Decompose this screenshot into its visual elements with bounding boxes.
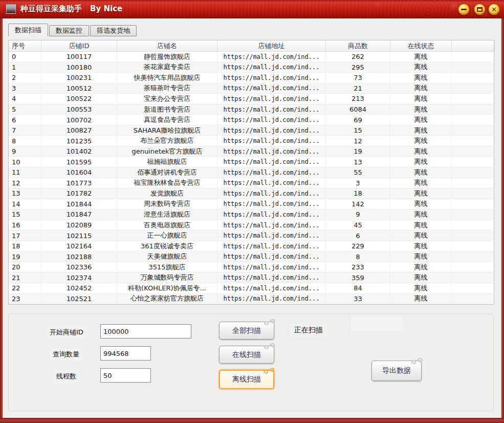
table-cell: [452, 178, 495, 189]
table-cell: 0: [9, 52, 41, 62]
table-cell: 229: [326, 241, 390, 252]
table-cell: 离线: [390, 73, 452, 83]
table-row[interactable]: 22102452科勒(KOHLER)协佩居专...https://mall.jd…: [9, 283, 494, 294]
table-row[interactable]: 2100231快美特汽车用品旗舰店https://mall.jd.com/ind…: [9, 73, 494, 83]
column-header-6[interactable]: [452, 40, 495, 51]
table-row[interactable]: 18102164361度锐诚专卖店https://mall.jd.com/ind…: [9, 241, 494, 252]
table-cell: [452, 230, 495, 241]
table-cell: 福施福旗舰店: [117, 157, 217, 167]
tab-1[interactable]: 数据监控: [49, 25, 89, 36]
table-cell: 离线: [390, 188, 452, 199]
scan-offline-button[interactable]: 离线扫描: [219, 370, 274, 389]
table-row[interactable]: 0100117静哲服饰旗舰店https://mall.jd.com/ind...…: [9, 52, 494, 62]
table-cell: 100512: [41, 83, 117, 94]
table-cell: 262: [326, 52, 390, 62]
column-header-3[interactable]: 店铺地址: [217, 40, 326, 51]
table-row[interactable]: 4100522宝来办公专营店https://mall.jd.com/ind...…: [9, 94, 494, 104]
table-cell: 9: [326, 209, 390, 220]
table-cell: 离线: [390, 52, 452, 62]
table-cell: 离线: [390, 178, 452, 189]
tab-0[interactable]: 数据扫描: [8, 24, 48, 36]
export-data-button[interactable]: 导出数据: [371, 361, 422, 381]
table-cell: 102452: [41, 283, 117, 294]
table-cell: 20: [9, 262, 41, 273]
column-header-5[interactable]: 在线状态: [390, 40, 452, 51]
tab-2[interactable]: 筛选发货地: [90, 25, 137, 36]
table-cell: 离线: [390, 146, 452, 157]
column-header-2[interactable]: 店铺名: [117, 40, 217, 51]
table-row[interactable]: 15101847澄意生活旗舰店https://mall.jd.com/ind..…: [9, 209, 494, 220]
table-row[interactable]: 17102115正一心旗舰店https://mall.jd.com/ind...…: [9, 230, 494, 241]
table-row[interactable]: 11101604佰事通对讲机专营店https://mall.jd.com/ind…: [9, 167, 494, 178]
scan-online-button[interactable]: 在线扫描: [219, 346, 274, 364]
table-cell: 2: [9, 73, 41, 83]
close-button[interactable]: ✕: [488, 4, 500, 15]
table-cell: 102089: [41, 220, 117, 231]
table-row[interactable]: 6100702真逗食品专营店https://mall.jd.com/ind...…: [9, 115, 494, 125]
table-cell: https://mall.jd.com/ind...: [217, 294, 326, 305]
table-cell: 真逗食品专营店: [117, 115, 217, 125]
table-cell: [452, 283, 495, 294]
table-cell: 百奥电器旗舰店: [117, 220, 217, 231]
table-cell: 离线: [390, 251, 452, 262]
table-cell: https://mall.jd.com/ind...: [217, 199, 326, 210]
window-border-right: [501, 18, 504, 418]
table-cell: 102188: [41, 251, 117, 262]
column-header-1[interactable]: 店铺ID: [41, 40, 117, 51]
table-row[interactable]: 7100827SAHARA撒哈拉旗舰店https://mall.jd.com/i…: [9, 125, 494, 136]
table-row[interactable]: 23102521心怡之家家纺官方旗舰店https://mall.jd.com/i…: [9, 294, 494, 305]
table-cell: 静哲服饰旗舰店: [117, 52, 217, 62]
table-cell: 茶猫茶叶专营店: [117, 83, 217, 94]
table-row[interactable]: 14101844周末数码专营店https://mall.jd.com/ind..…: [9, 199, 494, 210]
table-row[interactable]: 16102089百奥电器旗舰店https://mall.jd.com/ind..…: [9, 220, 494, 231]
table-cell: 100827: [41, 125, 117, 136]
column-header-0[interactable]: 序号: [9, 40, 41, 51]
table-row[interactable]: 10101595福施福旗舰店https://mall.jd.com/ind...…: [9, 157, 494, 167]
table-cell: 快美特汽车用品旗舰店: [117, 73, 217, 83]
table-cell: https://mall.jd.com/ind...: [217, 125, 326, 136]
table-cell: 8: [9, 136, 41, 146]
thread-count-input[interactable]: [100, 368, 151, 383]
table-cell: [452, 62, 495, 73]
table-cell: 离线: [390, 157, 452, 167]
table-cell: 101844: [41, 199, 117, 210]
window-title: 种豆得豆采集助手 By Nice: [20, 4, 122, 14]
table-cell: 3515旗舰店: [117, 262, 217, 273]
scan-all-button[interactable]: 全部扫描: [219, 322, 274, 340]
maximize-button[interactable]: [474, 4, 486, 15]
table-cell: 离线: [390, 209, 452, 220]
table-cell: 73: [326, 73, 390, 83]
table-cell: 100180: [41, 62, 117, 73]
table-row[interactable]: 5100553新道图书专营店https://mall.jd.com/ind...…: [9, 104, 494, 115]
table-cell: 6: [326, 230, 390, 241]
table-cell: https://mall.jd.com/ind...: [217, 241, 326, 252]
shop-table: 序号店铺ID店铺名店铺地址商品数在线状态 0100117静哲服饰旗舰店https…: [8, 40, 494, 305]
table-cell: https://mall.jd.com/ind...: [217, 62, 326, 73]
table-cell: 1: [9, 62, 41, 73]
tab-bar: 数据扫描数据监控筛选发货地: [8, 24, 138, 36]
table-cell: https://mall.jd.com/ind...: [217, 188, 326, 199]
table-row[interactable]: 3100512茶猫茶叶专营店https://mall.jd.com/ind...…: [9, 83, 494, 94]
table-cell: 离线: [390, 125, 452, 136]
table-row[interactable]: 1100180茶花家庭专卖店https://mall.jd.com/ind...…: [9, 62, 494, 73]
table-cell: https://mall.jd.com/ind...: [217, 94, 326, 104]
scan-offline-label: 离线扫描: [232, 375, 261, 384]
table-cell: 科勒(KOHLER)协佩居专...: [117, 283, 217, 294]
column-header-4[interactable]: 商品数: [326, 40, 390, 51]
start-shop-id-input[interactable]: [100, 324, 191, 339]
table-cell: https://mall.jd.com/ind...: [217, 115, 326, 125]
table-row[interactable]: 12101773福宝隆秋林食品专营店https://mall.jd.com/in…: [9, 178, 494, 189]
table-row[interactable]: 13101782发觉旗舰店https://mall.jd.com/ind...1…: [9, 188, 494, 199]
table-row[interactable]: 21102374万象城数码专营店https://mall.jd.com/ind.…: [9, 272, 494, 283]
table-row[interactable]: 19102188天美健旗舰店https://mall.jd.com/ind...…: [9, 251, 494, 262]
minimize-button[interactable]: [458, 4, 470, 15]
table-cell: 澄意生活旗舰店: [117, 209, 217, 220]
table-cell: [452, 272, 495, 283]
table-row[interactable]: 201023363515旗舰店https://mall.jd.com/ind..…: [9, 262, 494, 273]
table-cell: 13: [9, 188, 41, 199]
table-row[interactable]: 8101235布兰朵官方旗舰店https://mall.jd.com/ind..…: [9, 136, 494, 146]
query-count-input[interactable]: [100, 346, 151, 361]
table-row[interactable]: 9101402genuinetek官方旗舰店https://mall.jd.co…: [9, 146, 494, 157]
table-cell: https://mall.jd.com/ind...: [217, 83, 326, 94]
table-cell: 101402: [41, 146, 117, 157]
